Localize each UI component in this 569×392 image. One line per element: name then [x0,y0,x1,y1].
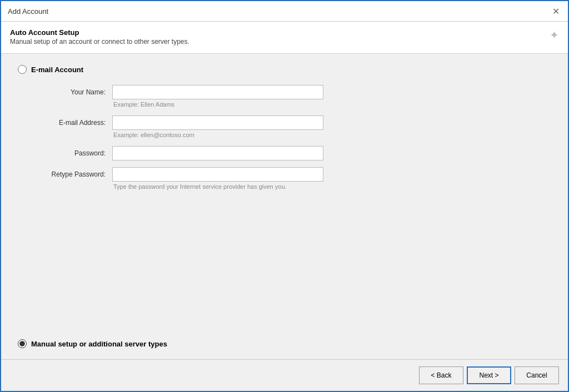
password-field-wrap [112,146,323,160]
add-account-dialog: Add Account ✕ Auto Account Setup Manual … [0,0,569,392]
your-name-input[interactable] [112,85,323,99]
retype-password-row: Retype Password: Type the password your … [40,167,529,190]
email-address-field-wrap: Example: ellen@contoso.com [112,115,323,143]
your-name-field-wrap: Example: Ellen Adams [112,85,323,112]
cursor-icon: ✦ [550,28,559,42]
password-input[interactable] [112,146,323,160]
manual-setup-label[interactable]: Manual setup or additional server types [31,340,167,348]
retype-password-input[interactable] [112,167,323,182]
your-name-label: Your Name: [40,85,112,96]
email-account-radio[interactable] [18,65,27,74]
email-account-label[interactable]: E-mail Account [31,66,83,74]
form-section: Your Name: Example: Ellen Adams E-mail A… [18,85,551,193]
manual-setup-radio[interactable] [18,339,27,348]
password-label: Password: [40,146,112,157]
email-account-section: E-mail Account [18,65,551,74]
retype-password-field-wrap: Type the password your Internet service … [112,167,323,190]
main-content: E-mail Account Your Name: Example: Ellen… [1,54,568,359]
dialog-title: Add Account [8,7,48,16]
header-title: Auto Account Setup [10,28,189,37]
retype-password-label: Retype Password: [40,167,112,178]
your-name-row: Your Name: Example: Ellen Adams [40,85,529,112]
back-button[interactable]: < Back [419,366,463,384]
footer: < Back Next > Cancel [1,359,568,391]
manual-setup-section: Manual setup or additional server types [18,323,551,348]
close-button[interactable]: ✕ [550,6,561,17]
email-address-input[interactable] [112,115,323,130]
password-row: Password: [40,146,529,160]
header-text-block: Auto Account Setup Manual setup of an ac… [10,28,189,46]
header-section: Auto Account Setup Manual setup of an ac… [1,22,568,54]
email-address-row: E-mail Address: Example: ellen@contoso.c… [40,115,529,143]
title-bar: Add Account ✕ [1,1,568,22]
your-name-hint: Example: Ellen Adams [112,101,323,108]
next-button[interactable]: Next > [467,366,511,384]
cancel-button[interactable]: Cancel [515,366,559,384]
email-address-label: E-mail Address: [40,115,112,127]
header-subtitle: Manual setup of an account or connect to… [10,38,189,46]
email-address-hint: Example: ellen@contoso.com [112,132,323,138]
password-hint: Type the password your Internet service … [112,183,323,190]
